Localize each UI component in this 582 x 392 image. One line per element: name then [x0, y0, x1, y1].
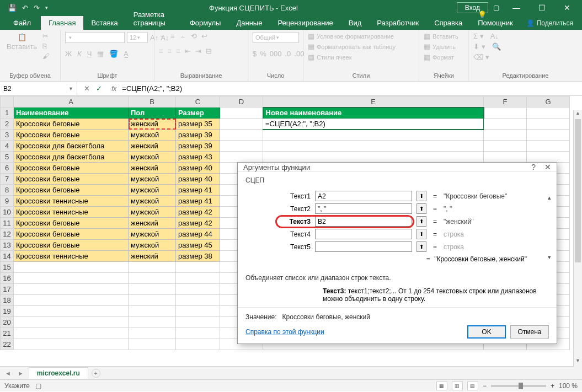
align-top-icon[interactable]: ⫟ [159, 32, 166, 40]
scroll-thumb[interactable] [575, 119, 581, 262]
new-sheet-button[interactable]: + [92, 369, 100, 378]
args-scroll-up-icon[interactable]: ▴ [548, 194, 551, 201]
cell-A13[interactable]: Кроссовки беговые [14, 240, 129, 251]
cell-G4[interactable] [527, 141, 570, 152]
number-format-select[interactable]: Общий [253, 32, 299, 43]
cell-A8[interactable]: Кроссовки беговые [14, 185, 129, 196]
cell-B13[interactable]: мужской [129, 240, 176, 251]
col-header-G[interactable]: G [527, 96, 570, 108]
vertical-scrollbar[interactable]: ▲ ▼ [573, 110, 582, 367]
col-header-E[interactable]: E [263, 96, 484, 108]
cell-F2[interactable] [484, 119, 527, 130]
range-picker-icon-0[interactable]: ⬆ [417, 191, 426, 201]
arg-input-1[interactable] [315, 203, 412, 214]
cell-D4[interactable] [220, 141, 263, 152]
cell-E1[interactable]: Новое наименование [263, 108, 484, 119]
args-scroll-down-icon[interactable]: ▾ [548, 254, 551, 261]
maximize-button[interactable]: ☐ [529, 0, 554, 15]
view-normal-icon[interactable]: ▦ [436, 382, 447, 390]
cell-B7[interactable]: мужской [129, 174, 176, 185]
cell-G3[interactable] [527, 130, 570, 141]
cell-A18[interactable] [14, 295, 129, 306]
redo-icon[interactable]: ↷ [31, 4, 42, 12]
row-header-10[interactable]: 10 [1, 207, 14, 218]
cell-C15[interactable] [176, 262, 220, 273]
cell-C10[interactable]: размер 42 [176, 207, 220, 218]
cell-D5[interactable] [220, 152, 263, 163]
dialog-close-icon[interactable]: ✕ [544, 163, 551, 171]
cell-A16[interactable] [14, 273, 129, 284]
row-header-2[interactable]: 2 [1, 119, 14, 130]
fill-icon[interactable]: ⬇ ▾ [473, 42, 485, 51]
cell-B8[interactable]: мужской [129, 185, 176, 196]
cell-B15[interactable] [129, 262, 176, 273]
cell-F1[interactable] [484, 108, 527, 119]
cell-B14[interactable]: женский [129, 251, 176, 262]
cell-A2[interactable]: Кроссовки беговые [14, 119, 129, 130]
col-header-F[interactable]: F [484, 96, 527, 108]
merge-icon[interactable]: ⊟ [206, 47, 212, 55]
cancel-formula-icon[interactable]: ✕ [81, 84, 93, 93]
cell-E4[interactable] [263, 141, 484, 152]
tab-home[interactable]: Главная [41, 16, 83, 30]
italic-button[interactable]: К [77, 50, 82, 58]
cell-B5[interactable]: мужской [129, 152, 176, 163]
cell-A7[interactable]: Кроссовки беговые [14, 174, 129, 185]
cell-C3[interactable]: размер 39 [176, 130, 220, 141]
arg-input-3[interactable] [315, 229, 412, 239]
cell-A5[interactable]: Кроссовки для баскетбола [14, 152, 129, 163]
share-button[interactable]: 👤Поделиться [521, 17, 579, 30]
align-middle-icon[interactable]: ≡ [170, 32, 175, 40]
wrap-text-icon[interactable]: ↩ [201, 32, 207, 40]
cell-B16[interactable] [129, 273, 176, 284]
tab-review[interactable]: Рецензирование [270, 16, 340, 30]
view-page-layout-icon[interactable]: ▥ [452, 382, 463, 390]
row-header-9[interactable]: 9 [1, 196, 14, 207]
thousands-icon[interactable]: 000 [270, 50, 282, 58]
cell-B11[interactable]: женский [129, 218, 176, 229]
row-header-5[interactable]: 5 [1, 152, 14, 163]
ok-button[interactable]: OK [467, 325, 506, 339]
row-header-20[interactable]: 20 [1, 317, 14, 328]
cell-C14[interactable]: размер 38 [176, 251, 220, 262]
cell-F3[interactable] [484, 130, 527, 141]
scroll-up-icon[interactable]: ▲ [574, 110, 582, 119]
col-header-A[interactable]: A [14, 96, 129, 108]
cell-B22[interactable] [129, 339, 176, 350]
cell-A19[interactable] [14, 306, 129, 317]
cell-D1[interactable] [220, 108, 263, 119]
font-size-select[interactable]: 12 [127, 32, 148, 43]
tab-data[interactable]: Данные [228, 16, 270, 30]
clear-icon[interactable]: ⌫ ▾ [473, 53, 489, 61]
cell-E3[interactable] [263, 130, 484, 141]
cell-C11[interactable]: размер 42 [176, 218, 220, 229]
orientation-icon[interactable]: ⟲ [191, 32, 197, 40]
indent-increase-icon[interactable]: ⇥ [195, 47, 201, 55]
align-right-icon[interactable]: ≡ [176, 47, 180, 55]
row-header-17[interactable]: 17 [1, 284, 14, 295]
cell-A21[interactable] [14, 328, 129, 339]
cell-B3[interactable]: мужской [129, 130, 176, 141]
zoom-out-icon[interactable]: − [483, 382, 487, 390]
cell-styles-button[interactable]: Стили ячеек [317, 54, 351, 61]
currency-icon[interactable]: $ [253, 50, 257, 58]
range-picker-icon-1[interactable]: ⬆ [417, 203, 426, 214]
row-header-4[interactable]: 4 [1, 141, 14, 152]
delete-cells-button[interactable]: Удалить [433, 44, 456, 50]
cell-D3[interactable] [220, 130, 263, 141]
row-header-8[interactable]: 8 [1, 185, 14, 196]
tab-assistant[interactable]: 💡 Помощник [470, 8, 521, 30]
cell-C17[interactable] [176, 284, 220, 295]
cell-C1[interactable]: Размер [176, 108, 220, 119]
cell-B4[interactable]: женский [129, 141, 176, 152]
row-header-3[interactable]: 3 [1, 130, 14, 141]
arg-input-4[interactable] [315, 241, 412, 252]
name-box[interactable]: ▼ [0, 82, 77, 95]
cell-A22[interactable] [14, 339, 129, 350]
cell-E5[interactable] [263, 152, 484, 163]
paste-button[interactable]: 📋 Вставить [4, 32, 39, 52]
range-picker-icon-4[interactable]: ⬆ [417, 241, 426, 252]
autosum-icon[interactable]: Σ ▾ [473, 32, 484, 40]
cell-B10[interactable]: мужской [129, 207, 176, 218]
row-header-15[interactable]: 15 [1, 262, 14, 273]
